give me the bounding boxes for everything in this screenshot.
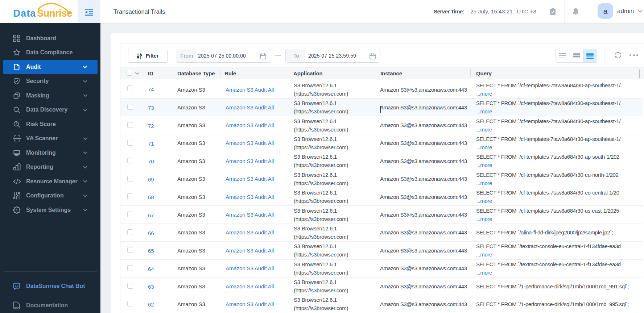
svg-text:DOC: DOC [13, 306, 19, 310]
svg-text:Sunrise: Sunrise [37, 8, 72, 19]
svg-text:Data: Data [13, 8, 36, 19]
